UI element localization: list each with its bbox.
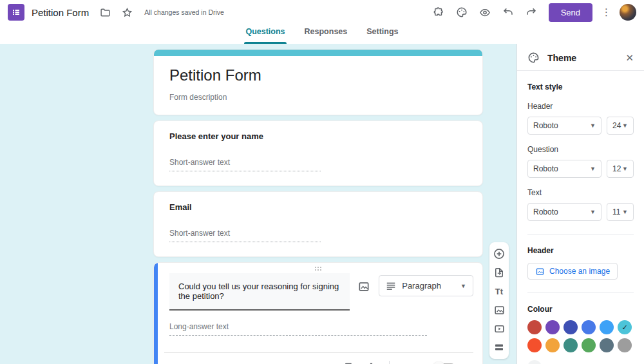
customize-theme-palette-icon[interactable] xyxy=(456,6,468,18)
form-description[interactable]: Form description xyxy=(169,93,467,102)
star-icon[interactable] xyxy=(121,6,133,18)
palette-icon xyxy=(527,52,540,64)
swatch-9d9d9d[interactable] xyxy=(618,338,632,352)
short-answer-placeholder: Short-answer text xyxy=(169,229,321,242)
question-size-select[interactable]: 12 ▼ xyxy=(607,160,634,178)
colour-swatches: ✓ xyxy=(527,320,636,352)
add-custom-colour-button[interactable]: + xyxy=(527,360,542,364)
delete-trash-icon[interactable] xyxy=(365,361,378,364)
chevron-down-icon: ▼ xyxy=(590,209,596,215)
question-title[interactable]: Please enter your name xyxy=(169,131,467,141)
footer-divider xyxy=(389,361,390,364)
header-size-select[interactable]: 24 ▼ xyxy=(607,117,634,135)
chevron-down-icon: ▼ xyxy=(460,283,466,289)
close-icon[interactable]: ✕ xyxy=(625,52,634,64)
send-button[interactable]: Send xyxy=(549,3,592,22)
short-answer-placeholder: Short-answer text xyxy=(169,158,321,171)
question-font-select[interactable]: Roboto ▼ xyxy=(527,160,601,178)
chevron-down-icon: ▼ xyxy=(622,166,628,172)
add-image-icon[interactable] xyxy=(493,303,506,316)
long-answer-placeholder: Long-answer text xyxy=(169,322,427,336)
question-type-value: Paragraph xyxy=(402,281,441,291)
image-icon xyxy=(535,267,545,276)
drag-handle[interactable] xyxy=(315,267,321,271)
tab-settings[interactable]: Settings xyxy=(365,24,399,44)
panel-divider xyxy=(527,292,634,293)
tab-responses[interactable]: Responses xyxy=(303,24,349,44)
swatch-c5483d[interactable] xyxy=(527,320,542,334)
swatch-4cc4d9[interactable]: ✓ xyxy=(618,320,632,334)
paragraph-icon xyxy=(386,281,396,291)
import-questions-icon[interactable] xyxy=(493,266,506,279)
form-title[interactable]: Petition Form xyxy=(169,66,467,84)
undo-icon[interactable] xyxy=(502,6,514,18)
top-bar: Petition Form All changes saved in Drive… xyxy=(0,0,644,24)
colour-section-label: Colour xyxy=(527,305,634,314)
move-to-folder-icon[interactable] xyxy=(99,6,111,18)
swatch-3e50b4[interactable] xyxy=(564,320,578,334)
theme-panel: Theme ✕ Text style Header Roboto ▼ 24 ▼ … xyxy=(516,44,644,364)
question-type-select[interactable]: Paragraph ▼ xyxy=(379,275,473,296)
question-card-email[interactable]: Email Short-answer text xyxy=(153,191,483,257)
form-header-card[interactable]: Petition Form Form description xyxy=(153,49,483,115)
swatch-7248b9[interactable] xyxy=(545,320,560,334)
swatch-3da2f7[interactable] xyxy=(600,320,614,334)
swatch-3d8e84[interactable] xyxy=(564,338,578,352)
redo-icon[interactable] xyxy=(526,6,537,18)
save-status: All changes saved in Drive xyxy=(144,8,224,16)
text-font-select[interactable]: Roboto ▼ xyxy=(527,203,601,221)
swatch-4779e8[interactable] xyxy=(582,320,596,334)
account-avatar[interactable] xyxy=(620,4,636,21)
tab-bar: Questions Responses Settings xyxy=(0,24,644,44)
add-image-to-question-icon[interactable] xyxy=(354,276,375,298)
text-size-select[interactable]: 11 ▼ xyxy=(607,203,634,221)
choose-image-button[interactable]: Choose an image xyxy=(527,263,618,280)
question-text-input[interactable]: Could you tell us your reasoning for sig… xyxy=(169,273,350,311)
chevron-down-icon: ▼ xyxy=(590,122,596,129)
add-ons-puzzle-icon[interactable] xyxy=(433,6,444,18)
swatch-f4502c[interactable] xyxy=(527,338,542,352)
more-options-kebab-icon[interactable]: ⋮ xyxy=(601,6,611,18)
swatch-56a85c[interactable] xyxy=(582,338,596,352)
swatch-5c7482[interactable] xyxy=(600,338,614,352)
add-question-icon[interactable] xyxy=(493,247,506,260)
add-title-text-icon[interactable]: Tt xyxy=(493,285,506,298)
question-card-name[interactable]: Please enter your name Short-answer text xyxy=(153,120,483,186)
question-font-label: Question xyxy=(527,145,634,154)
tab-questions[interactable]: Questions xyxy=(244,24,286,44)
question-title[interactable]: Email xyxy=(169,202,467,212)
header-font-select[interactable]: Roboto ▼ xyxy=(527,117,601,135)
add-video-icon[interactable] xyxy=(493,322,506,335)
text-style-section-label: Text style xyxy=(527,82,634,91)
chevron-down-icon: ▼ xyxy=(622,209,628,215)
theme-accent-band xyxy=(154,50,482,56)
document-title[interactable]: Petition Form xyxy=(32,7,89,18)
header-font-label: Header xyxy=(527,102,634,111)
panel-divider xyxy=(527,234,634,235)
panel-divider xyxy=(517,70,644,71)
header-image-section-label: Header xyxy=(527,246,634,255)
duplicate-icon[interactable] xyxy=(343,361,356,364)
swatch-f2a33b[interactable] xyxy=(545,338,560,352)
theme-panel-title: Theme xyxy=(547,53,576,63)
question-card-active[interactable]: Could you tell us your reasoning for sig… xyxy=(153,262,483,364)
preview-eye-icon[interactable] xyxy=(479,6,491,18)
text-font-label: Text xyxy=(527,188,634,197)
form-column: Petition Form Form description Please en… xyxy=(153,49,483,364)
floating-add-toolbar: Tt xyxy=(489,242,509,359)
forms-logo-icon[interactable] xyxy=(8,4,24,21)
main-content: Petition Form Form description Please en… xyxy=(0,44,644,364)
add-section-icon[interactable] xyxy=(493,341,506,354)
chevron-down-icon: ▼ xyxy=(622,122,628,129)
chevron-down-icon: ▼ xyxy=(590,166,596,172)
question-footer: Required ⋮ xyxy=(164,352,473,364)
